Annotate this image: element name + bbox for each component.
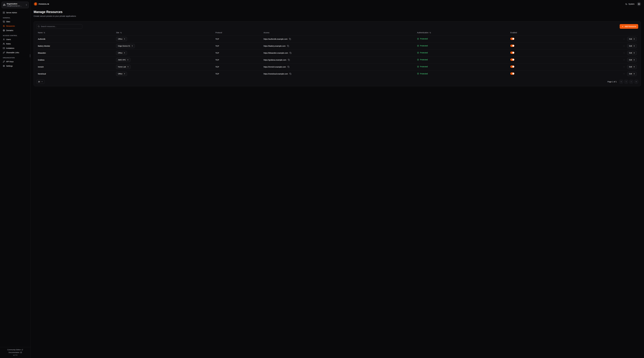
arrow-right-icon [633, 59, 635, 61]
community-edition-link[interactable]: Community Edition [7, 349, 23, 351]
site-link-button[interactable]: Office [116, 37, 127, 41]
waypoints-icon [3, 25, 5, 27]
sidebar-item-api-keys[interactable]: API Keys [2, 60, 29, 64]
last-page-button[interactable] [634, 80, 638, 84]
resources-card: Add Resource Name Site [34, 22, 641, 86]
copy-icon [288, 59, 290, 61]
previous-page-button[interactable] [624, 80, 628, 84]
sidebar-item-label: Sites [6, 21, 10, 23]
site-link-button[interactable]: Home Lab [116, 65, 130, 69]
edit-button[interactable]: Edit [627, 37, 637, 41]
org-selector[interactable]: Organization milo@fossorial.io's ... [2, 2, 29, 8]
col-access-label: Access [264, 32, 269, 34]
site-link-button[interactable]: Office [116, 51, 127, 55]
theme-toggle-button[interactable]: System [625, 3, 634, 5]
row-menu-button[interactable] [623, 38, 625, 41]
copy-url-button[interactable] [288, 59, 290, 61]
resource-protocol: TCP [214, 43, 262, 50]
version-label: v1.7.0 [13, 354, 18, 356]
sort-by-authentication-button[interactable]: Authentication [417, 32, 431, 34]
edit-button[interactable]: Edit [627, 58, 637, 62]
sort-icon [120, 32, 122, 34]
add-resource-button[interactable]: Add Resource [620, 24, 638, 29]
edit-button[interactable]: Edit [627, 65, 637, 69]
sidebar-item-domains[interactable]: Domains [2, 28, 29, 33]
combine-icon [3, 21, 5, 23]
sidebar-scrollbar-thumb[interactable] [30, 54, 30, 57]
row-menu-button[interactable] [623, 65, 625, 69]
ellipsis-icon [623, 52, 625, 54]
copy-url-button[interactable] [289, 52, 292, 54]
edit-button[interactable]: Edit [627, 51, 637, 55]
theme-label: System [628, 3, 634, 5]
col-site: Site [114, 30, 214, 36]
sidebar-item-roles[interactable]: Roles [2, 42, 29, 46]
sidebar-item-invitations[interactable]: Invitations [2, 46, 29, 50]
enabled-toggle[interactable] [510, 59, 514, 61]
col-name: Name [36, 30, 114, 36]
col-protocol: Protocol [214, 30, 262, 36]
users-icon [3, 43, 5, 45]
table-row: Battery Monitor Edge Device 01 TCP https… [36, 43, 638, 50]
row-menu-button[interactable] [623, 45, 625, 48]
sidebar-item-users[interactable]: Users [2, 37, 29, 42]
sort-by-site-button[interactable]: Site [116, 32, 122, 34]
sort-icon [44, 32, 45, 34]
resource-name: Grafana [36, 57, 114, 63]
enabled-toggle[interactable] [510, 72, 514, 75]
site-link-button[interactable]: Edge Device 01 [116, 44, 134, 48]
copy-icon [290, 73, 291, 75]
site-link-button[interactable]: AWS VPC [116, 58, 130, 62]
row-menu-button[interactable] [623, 52, 625, 55]
plus-icon [622, 26, 624, 28]
sidebar-footer: Community Edition Documentation v1.7.0 [0, 347, 30, 358]
enabled-toggle[interactable] [510, 38, 514, 40]
row-menu-button[interactable] [623, 58, 625, 62]
sidebar-item-settings[interactable]: Settings [2, 64, 29, 68]
copy-url-button[interactable] [287, 45, 289, 47]
avatar[interactable]: M [637, 2, 641, 6]
globe-icon [3, 29, 5, 32]
sidebar-item-resources[interactable]: Resources [2, 24, 29, 28]
shield-check-icon [417, 52, 419, 54]
page-size-select[interactable]: 20 [36, 80, 44, 84]
edit-button[interactable]: Edit [627, 44, 637, 48]
search-input[interactable] [36, 24, 82, 29]
chevrons-up-down-icon [26, 4, 27, 6]
enabled-toggle[interactable] [510, 52, 514, 54]
arrow-right-icon [633, 45, 635, 47]
edit-label: Edit [629, 59, 632, 61]
org-label: Organization [7, 3, 24, 5]
search-icon [38, 26, 40, 28]
sidebar-item-label: API Keys [6, 61, 14, 63]
next-page-button[interactable] [629, 80, 633, 84]
sidebar-item-sites[interactable]: Sites [2, 20, 29, 24]
sidebar-item-label: Invitations [6, 47, 14, 49]
edit-label: Edit [629, 66, 632, 68]
row-menu-button[interactable] [623, 72, 625, 75]
sort-by-name-button[interactable]: Name [38, 32, 45, 34]
sidebar-item-server-admin[interactable]: Server Admin [2, 11, 29, 15]
section-label-organization: ORGANIZATION [3, 57, 28, 59]
enabled-toggle[interactable] [510, 45, 514, 47]
edit-button[interactable]: Edit [627, 72, 637, 76]
site-name: Home Lab [118, 66, 126, 68]
copy-url-button[interactable] [289, 38, 291, 40]
page-subtitle: Create secure proxies to your private ap… [34, 15, 641, 17]
enabled-toggle[interactable] [510, 66, 514, 68]
auth-status-badge: Protected [417, 73, 428, 75]
sidebar-item-shareable-links[interactable]: Shareable Links [2, 51, 29, 55]
first-page-button[interactable] [619, 80, 623, 84]
col-name-label: Name [38, 32, 43, 34]
table-header-row: Name Site Protocol Access [36, 30, 638, 36]
copy-url-button[interactable] [289, 73, 292, 75]
topbar: PANGOLIN System M [30, 0, 644, 7]
arrow-up-right-icon [127, 66, 129, 68]
site-link-button[interactable]: Office [116, 72, 127, 76]
arrow-up-right-icon [124, 38, 125, 40]
resource-name: Battery Monitor [36, 43, 114, 50]
brand-home-link[interactable]: PANGOLIN [34, 2, 49, 6]
shield-check-icon [417, 59, 419, 61]
documentation-link[interactable]: Documentation [8, 351, 22, 353]
copy-url-button[interactable] [287, 66, 290, 68]
